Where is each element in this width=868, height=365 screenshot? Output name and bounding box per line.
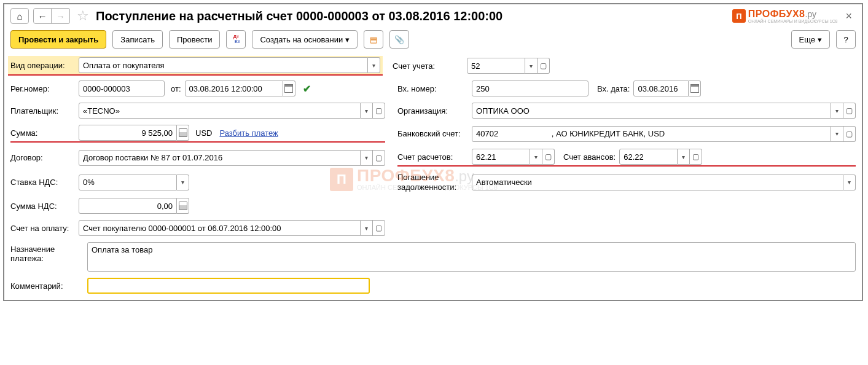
reg-no-input[interactable] bbox=[79, 80, 165, 96]
reg-date-input[interactable] bbox=[185, 80, 283, 96]
arrow-right-icon: → bbox=[56, 11, 65, 22]
bank-acc-label: Банковский счет: bbox=[397, 129, 468, 138]
calendar-button[interactable] bbox=[689, 80, 701, 96]
contract-input[interactable] bbox=[79, 150, 361, 166]
document-icon: ▤ bbox=[370, 35, 377, 44]
open-icon bbox=[375, 224, 382, 232]
open-icon bbox=[540, 61, 547, 70]
save-button[interactable]: Записать bbox=[112, 30, 163, 49]
post-and-close-button[interactable]: Провести и закрыть bbox=[10, 30, 106, 49]
dropdown-button[interactable] bbox=[361, 220, 373, 236]
dropdown-button[interactable] bbox=[177, 175, 189, 190]
open-button[interactable] bbox=[373, 103, 385, 119]
currency-label: USD bbox=[193, 128, 212, 138]
dropdown-button[interactable] bbox=[525, 58, 538, 74]
posted-check-icon: ✔ bbox=[303, 83, 311, 95]
open-icon bbox=[545, 152, 552, 161]
advance-acc-input[interactable] bbox=[619, 149, 678, 165]
calendar-button[interactable] bbox=[283, 80, 295, 96]
advance-acc-label: Счет авансов: bbox=[563, 152, 616, 162]
open-button[interactable] bbox=[690, 149, 702, 165]
create-based-on-button[interactable]: Создать на основании ▾ bbox=[252, 30, 358, 49]
dropdown-button[interactable] bbox=[530, 149, 542, 165]
operation-type-label: Вид операции: bbox=[10, 61, 75, 70]
dropdown-button[interactable] bbox=[361, 150, 373, 166]
calculator-icon bbox=[179, 202, 187, 210]
arrow-left-icon: ← bbox=[38, 11, 47, 22]
payer-input[interactable] bbox=[79, 103, 361, 119]
account-label: Счет учета: bbox=[393, 61, 463, 71]
account-input[interactable] bbox=[467, 58, 525, 74]
home-button[interactable]: ⌂ bbox=[10, 8, 29, 24]
open-icon bbox=[692, 152, 699, 161]
comment-label: Комментарий: bbox=[10, 281, 75, 291]
from-label: от: bbox=[168, 84, 181, 93]
purpose-label: Назначение платежа: bbox=[10, 242, 75, 263]
more-button[interactable]: Еще ▾ bbox=[791, 30, 830, 49]
purpose-textarea[interactable] bbox=[87, 242, 856, 272]
in-date-input[interactable] bbox=[633, 80, 689, 96]
dropdown-button[interactable] bbox=[368, 57, 380, 73]
calculator-icon bbox=[179, 128, 187, 137]
org-label: Организация: bbox=[397, 106, 468, 116]
reg-no-label: Рег.номер: bbox=[10, 84, 75, 93]
vat-rate-label: Ставка НДС: bbox=[10, 178, 75, 187]
contract-label: Договор: bbox=[10, 153, 75, 162]
close-icon[interactable]: × bbox=[842, 10, 856, 23]
back-button[interactable]: ← bbox=[33, 8, 52, 24]
dtkt-icon: ДтКт bbox=[232, 34, 240, 44]
settle-acc-input[interactable] bbox=[472, 149, 530, 165]
logo-icon: П bbox=[732, 9, 746, 23]
calendar-icon bbox=[690, 84, 699, 93]
sum-label: Сумма: bbox=[10, 128, 75, 138]
split-payment-link[interactable]: Разбить платеж bbox=[219, 128, 278, 138]
vat-rate-input[interactable] bbox=[79, 175, 177, 190]
chevron-down-icon: ▾ bbox=[345, 35, 350, 44]
open-button[interactable] bbox=[843, 103, 856, 119]
operation-type-input[interactable] bbox=[79, 57, 368, 73]
bank-acc-input[interactable] bbox=[472, 126, 831, 142]
dropdown-button[interactable] bbox=[678, 149, 690, 165]
dropdown-button[interactable] bbox=[361, 103, 373, 119]
open-button[interactable] bbox=[843, 126, 856, 142]
invoice-input[interactable] bbox=[79, 220, 361, 236]
vat-sum-label: Сумма НДС: bbox=[10, 202, 75, 211]
open-icon bbox=[846, 130, 853, 138]
calc-button[interactable] bbox=[177, 125, 189, 141]
paperclip-icon: 📎 bbox=[394, 35, 404, 44]
dropdown-button[interactable] bbox=[831, 103, 843, 119]
attach-button[interactable]: 📎 bbox=[389, 30, 409, 49]
window-title: Поступление на расчетный счет 0000-00000… bbox=[96, 9, 728, 23]
open-button[interactable] bbox=[542, 149, 555, 165]
sum-input[interactable] bbox=[79, 125, 177, 141]
help-button[interactable]: ? bbox=[836, 30, 856, 49]
dropdown-button[interactable] bbox=[843, 175, 856, 190]
debt-label: Погашение задолженности: bbox=[397, 173, 468, 192]
in-no-label: Вх. номер: bbox=[397, 84, 468, 93]
vat-sum-input[interactable] bbox=[79, 198, 177, 214]
open-icon bbox=[375, 106, 382, 115]
dropdown-button[interactable] bbox=[831, 126, 843, 142]
debt-input[interactable] bbox=[472, 175, 843, 190]
report-button[interactable]: ▤ bbox=[364, 30, 383, 49]
calc-button[interactable] bbox=[177, 198, 189, 214]
post-button[interactable]: Провести bbox=[169, 30, 221, 49]
in-no-input[interactable] bbox=[472, 80, 588, 96]
open-button[interactable] bbox=[373, 220, 385, 236]
payer-label: Плательщик: bbox=[10, 106, 75, 116]
org-input[interactable] bbox=[472, 103, 831, 119]
settle-acc-label: Счет расчетов: bbox=[397, 152, 468, 162]
open-icon bbox=[375, 154, 382, 162]
open-button[interactable] bbox=[538, 58, 550, 74]
chevron-down-icon: ▾ bbox=[818, 35, 822, 44]
favorite-star-icon[interactable]: ☆ bbox=[74, 8, 92, 24]
home-icon: ⌂ bbox=[17, 11, 22, 22]
in-date-label: Вх. дата: bbox=[597, 84, 630, 93]
dtkt-button[interactable]: ДтКт bbox=[226, 30, 246, 49]
calendar-icon bbox=[284, 84, 293, 93]
comment-input[interactable] bbox=[87, 278, 370, 294]
open-icon bbox=[846, 106, 853, 115]
logo: П ПРОФБУХ8.ру ОНЛАЙН СЕМИНАРЫ И ВИДЕОКУР… bbox=[732, 9, 838, 23]
open-button[interactable] bbox=[373, 150, 385, 166]
forward-button[interactable]: → bbox=[52, 8, 70, 24]
